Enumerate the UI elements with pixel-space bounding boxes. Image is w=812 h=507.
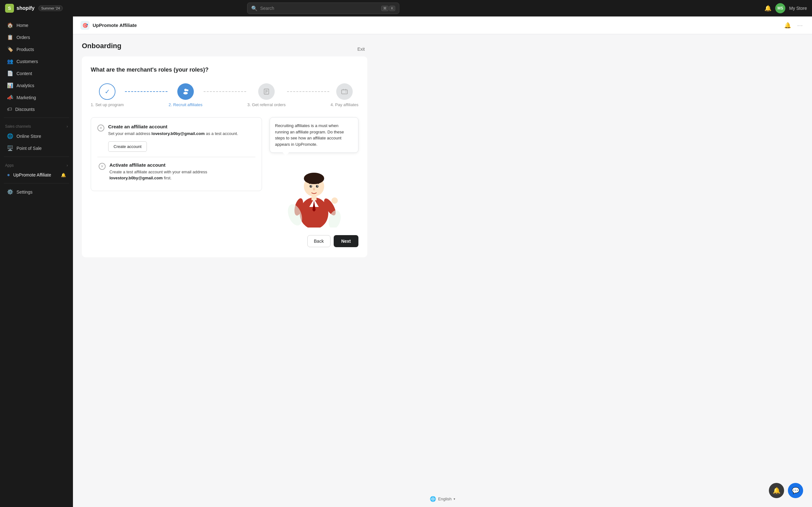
content-icon: 📄 <box>7 70 13 76</box>
sales-channels-section[interactable]: Sales channels › <box>0 120 73 130</box>
app-bell-icon[interactable]: 🔔 <box>783 20 792 30</box>
activate-section-email: lovestory.b0by@gmail.com <box>109 176 163 180</box>
activate-section-title: Activate affiliate account <box>109 162 254 168</box>
app-logo-badge: 🎯 <box>81 21 90 30</box>
exit-button[interactable]: Exit <box>355 45 367 53</box>
sidebar-label-customers: Customers <box>16 59 38 64</box>
step-2-icon <box>182 88 189 95</box>
step-2: 2. Recruit affiliates <box>169 83 203 107</box>
avatar[interactable]: MS <box>775 3 785 13</box>
store-name-label[interactable]: My Store <box>789 6 807 11</box>
step-4-icon <box>341 88 348 95</box>
kbd-k: K <box>389 6 395 11</box>
step-3-circle <box>258 83 275 100</box>
sidebar-item-analytics[interactable]: 📊 Analytics <box>2 79 71 91</box>
person-svg <box>286 158 343 228</box>
sidebar-item-marketing[interactable]: 📣 Marketing <box>2 92 71 103</box>
notification-bell-icon[interactable]: 🔔 <box>764 5 771 12</box>
online-store-icon: 🌐 <box>7 133 13 139</box>
products-icon: 🏷️ <box>7 46 13 52</box>
search-bar[interactable]: 🔍 ⌘ K <box>247 3 399 14</box>
onboarding-card: What are the merchant's roles (your role… <box>82 56 367 257</box>
back-button[interactable]: Back <box>307 235 331 247</box>
sidebar-item-products[interactable]: 🏷️ Products <box>2 43 71 55</box>
notification-circle-icon: 🔔 <box>773 487 780 494</box>
create-account-button[interactable]: Create account <box>108 141 147 152</box>
activate-desc-prefix: Create a test affiliate account with you… <box>109 170 207 174</box>
activate-section-header: ✕ Activate affiliate account Create a te… <box>99 162 254 181</box>
shopify-logo[interactable]: S shopify <box>5 4 35 13</box>
language-chevron-icon: ▾ <box>454 497 455 501</box>
section-divider <box>97 157 255 157</box>
create-section-body: Create an affiliate account Set your ema… <box>108 124 238 152</box>
step-4: 4. Pay affiliates <box>331 83 358 107</box>
svg-point-23 <box>313 188 315 190</box>
create-section-title: Create an affiliate account <box>108 124 238 129</box>
onboarding-right: Recruiting affiliates is a must when run… <box>270 117 358 228</box>
sidebar-item-uppromote[interactable]: ● UpPromote Affiliate 🔔 <box>2 169 71 181</box>
sidebar-label-uppromote: UpPromote Affiliate <box>13 172 51 177</box>
sidebar-label-discounts: Discounts <box>15 107 35 112</box>
kbd-cmd: ⌘ <box>381 6 389 11</box>
create-desc-suffix: as a test account. <box>205 131 238 136</box>
apps-label: Apps <box>5 163 14 168</box>
orders-icon: 📋 <box>7 34 13 40</box>
customers-icon: 👥 <box>7 58 13 64</box>
search-shortcut: ⌘ K <box>381 6 395 11</box>
summer-badge: Summer '24 <box>38 5 63 11</box>
app-header-left: 🎯 UpPromote Affiliate <box>81 21 137 30</box>
svg-point-0 <box>184 89 187 91</box>
search-input[interactable] <box>260 6 379 11</box>
sidebar-item-discounts[interactable]: 🏷 Discounts <box>2 104 71 115</box>
top-navigation: S shopify Summer '24 🔍 ⌘ K 🔔 MS My Store <box>0 0 812 16</box>
sidebar-label-marketing: Marketing <box>16 95 36 100</box>
sidebar-item-settings[interactable]: ⚙️ Settings <box>2 186 71 198</box>
chat-circle-button[interactable]: 💬 <box>788 483 803 498</box>
apps-section[interactable]: Apps › <box>0 159 73 169</box>
sidebar-item-content[interactable]: 📄 Content <box>2 67 71 79</box>
app-header-right: 🔔 ··· <box>783 20 804 30</box>
create-section-desc: Set your email address lovestory.b0by@gm… <box>108 130 238 137</box>
step-3: 3. Get referral orders <box>247 83 286 107</box>
sidebar-label-settings: Settings <box>16 189 33 194</box>
nav-buttons: Back Next <box>91 235 358 247</box>
activate-desc-suffix: first. <box>163 176 171 180</box>
sidebar-label-analytics: Analytics <box>16 83 34 88</box>
bottom-right-buttons: 🔔 💬 <box>769 483 803 498</box>
step-connector-1-2 <box>125 91 167 92</box>
sidebar-label-online-store: Online Store <box>16 134 41 139</box>
globe-icon: 🌐 <box>430 496 436 502</box>
step-4-circle <box>336 83 353 100</box>
language-label[interactable]: English <box>438 497 452 501</box>
sidebar-item-orders[interactable]: 📋 Orders <box>2 32 71 43</box>
sidebar-divider-1 <box>4 118 69 118</box>
notification-circle-button[interactable]: 🔔 <box>769 483 784 498</box>
analytics-icon: 📊 <box>7 82 13 89</box>
onboarding-question: What are the merchant's roles (your role… <box>91 66 358 73</box>
app-header: 🎯 UpPromote Affiliate 🔔 ··· <box>73 16 812 34</box>
activate-section-close-icon[interactable]: ✕ <box>99 163 106 170</box>
app-more-icon[interactable]: ··· <box>796 21 804 29</box>
sidebar-item-home[interactable]: 🏠 Home <box>2 19 71 31</box>
onboarding-body: ✕ Create an affiliate account Set your e… <box>91 117 358 228</box>
svg-point-21 <box>311 186 312 187</box>
activate-section-desc: Create a test affiliate account with you… <box>109 169 254 181</box>
sidebar-label-orders: Orders <box>16 35 30 40</box>
sidebar-item-point-of-sale[interactable]: 🖥️ Point of Sale <box>2 142 71 154</box>
svg-point-12 <box>304 173 324 184</box>
sidebar-item-customers[interactable]: 👥 Customers <box>2 55 71 67</box>
step-4-label: 4. Pay affiliates <box>331 102 358 107</box>
step-1-label: 1. Set up program <box>91 102 124 107</box>
activate-affiliate-section: ✕ Activate affiliate account Create a te… <box>97 162 255 181</box>
next-button[interactable]: Next <box>334 235 358 247</box>
svg-point-1 <box>183 92 188 95</box>
uppromote-icon: ● <box>7 172 10 178</box>
sidebar-item-online-store[interactable]: 🌐 Online Store <box>2 130 71 142</box>
step-3-label: 3. Get referral orders <box>247 102 286 107</box>
shopify-logo-text: shopify <box>16 5 35 11</box>
point-of-sale-icon: 🖥️ <box>7 145 13 151</box>
step-1-circle: ✓ <box>99 83 115 100</box>
svg-point-22 <box>317 186 318 187</box>
create-section-close-icon[interactable]: ✕ <box>97 124 104 131</box>
app-logo-icon: 🎯 <box>83 23 88 28</box>
